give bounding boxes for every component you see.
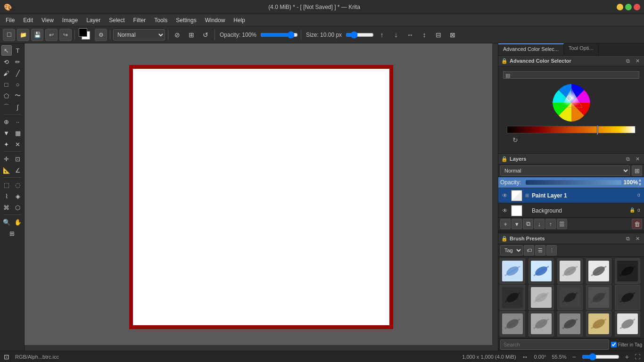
crop-tool-button[interactable]: ⊡ [13, 154, 23, 164]
layers-float-button[interactable]: ⧉ [624, 155, 632, 163]
fill-tool-button[interactable]: ▼ [1, 128, 12, 138]
move-tool-button[interactable]: ✛ [1, 154, 12, 164]
brush-options-button[interactable]: ⋮ [546, 245, 557, 255]
eraser-tool-button[interactable]: ✕ [13, 139, 23, 149]
maximize-button[interactable] [625, 4, 632, 10]
polygon-select-tool-button[interactable]: ⬡ [13, 202, 23, 213]
spray-tool-button[interactable]: ·∙ [13, 116, 23, 127]
minimize-button[interactable] [617, 4, 623, 10]
line-tool-button[interactable]: ╱ [13, 68, 23, 78]
zoom-tool-button[interactable]: 🔍 [1, 217, 12, 227]
horizontal-scrollbar[interactable] [25, 345, 498, 351]
duplicate-layer-button[interactable]: ⧉ [523, 219, 533, 229]
brush-item-1[interactable] [500, 258, 525, 284]
fullscreen-button[interactable]: ⛶ [635, 354, 640, 360]
calligraphy-tool-button[interactable]: ∫ [13, 102, 23, 112]
similar-select-tool-button[interactable]: ◈ [13, 191, 23, 201]
opacity-slider[interactable] [260, 29, 298, 41]
color-gradient-thumb[interactable] [597, 125, 598, 135]
tab-advanced-color[interactable]: Advanced Color Selec... [498, 43, 564, 55]
move-layer-down-button[interactable]: ↓ [534, 219, 545, 229]
freehand-tool-button[interactable]: 〜 [13, 90, 23, 101]
color-type-button[interactable]: ▤ [503, 71, 639, 79]
color-gradient-bar[interactable] [507, 126, 636, 133]
layer-row-0[interactable]: 👁 ⊞ Paint Layer 1 α [498, 188, 644, 203]
save-button[interactable]: 💾 [31, 29, 43, 41]
menu-item-settings[interactable]: Settings [172, 16, 200, 25]
layer-visibility-0[interactable]: 👁 [500, 191, 510, 200]
brush-item-2[interactable] [528, 258, 554, 284]
brush-item-4[interactable] [586, 258, 611, 284]
color-settings-button[interactable]: ⚙ [95, 29, 107, 41]
foreground-swatch[interactable] [78, 27, 93, 42]
brush-item-7[interactable] [528, 285, 554, 310]
brush-search-input[interactable] [500, 339, 609, 350]
menu-item-help[interactable]: Help [230, 16, 249, 25]
bezier-select-tool-button[interactable]: ⌘ [1, 202, 12, 213]
text-tool-button[interactable]: T [13, 45, 23, 56]
wrap-button[interactable]: ⊠ [446, 29, 459, 41]
layer-properties-button[interactable]: ☰ [557, 219, 567, 229]
layers-close-button[interactable]: ✕ [634, 155, 641, 163]
menu-item-image[interactable]: Image [58, 16, 82, 25]
filter-in-tag-checkbox[interactable] [611, 342, 617, 347]
add-layer-dropdown-button[interactable]: ▾ [512, 219, 522, 229]
tab-tool-options[interactable]: Tool Opti... [564, 43, 599, 55]
opacity-down-button[interactable]: ▼ [638, 182, 642, 187]
color-refresh-button[interactable]: ↻ [511, 135, 520, 145]
delete-layer-button[interactable]: 🗑 [632, 219, 642, 229]
undo-button[interactable]: ↩ [45, 29, 58, 41]
add-layer-button[interactable]: + [500, 219, 511, 229]
brush-item-6[interactable] [500, 285, 525, 310]
mirror-button[interactable]: ⊟ [432, 29, 445, 41]
pan-tool-button[interactable]: ✋ [13, 217, 23, 227]
brush-item-13[interactable] [557, 311, 583, 337]
brush-item-9[interactable] [586, 285, 611, 310]
brush-item-11[interactable] [500, 311, 525, 337]
rect-select-tool-button[interactable]: ⬚ [1, 180, 12, 190]
ellipse-tool-button[interactable]: ○ [13, 79, 23, 90]
canvas-fit-button[interactable]: ⊡ [4, 353, 9, 361]
layers-blend-mode-select[interactable]: NormalMultiplyScreenOverlay [500, 165, 630, 176]
zoom-out-button[interactable]: − [572, 353, 576, 361]
size-increase-button[interactable]: ↑ [376, 29, 388, 41]
color-wheel[interactable] [550, 82, 593, 124]
filter-in-tag-label[interactable]: Filter in Tag [611, 342, 642, 347]
erase-button[interactable]: ⊘ [171, 29, 183, 41]
color-panel-float-button[interactable]: ⧉ [624, 57, 632, 65]
brush-item-14[interactable] [586, 311, 611, 337]
brush-tag-icon[interactable]: 🏷 [524, 245, 534, 255]
canvas-area[interactable] [25, 43, 498, 351]
rect-tool-button[interactable]: □ [1, 79, 12, 90]
zoom-in-button[interactable]: + [625, 353, 629, 361]
brush-presets-close-button[interactable]: ✕ [634, 235, 641, 242]
brush-tag-select[interactable]: Tag [500, 245, 523, 255]
close-button[interactable] [634, 4, 640, 10]
brush-presets-float-button[interactable]: ⧉ [624, 235, 632, 242]
menu-item-file[interactable]: File [2, 16, 18, 25]
color-panel-close-button[interactable]: ✕ [634, 57, 641, 65]
flip-v-button[interactable]: ↕ [418, 29, 430, 41]
brush-list-view-button[interactable]: ☰ [535, 245, 545, 255]
select-tool-button[interactable]: ↖ [1, 45, 12, 56]
menu-item-select[interactable]: Select [105, 16, 128, 25]
refresh-button[interactable]: ↺ [199, 29, 212, 41]
brush-item-12[interactable] [528, 311, 554, 337]
move-layer-up-button[interactable]: ↑ [545, 219, 556, 229]
canvas-toggle-button[interactable]: ⊞ [7, 228, 17, 239]
menu-item-layer[interactable]: Layer [83, 16, 104, 25]
flip-h-button[interactable]: ↔ [404, 29, 416, 41]
redo-button[interactable]: ↪ [59, 29, 72, 41]
smart-patch-tool-button[interactable]: ⊕ [1, 116, 12, 127]
transform-tool-button[interactable]: ⟲ [1, 57, 12, 67]
freehand-select-tool-button[interactable]: ⌇ [1, 191, 12, 201]
brush-item-5[interactable] [615, 258, 640, 284]
brush-item-3[interactable] [557, 258, 583, 284]
color-picker-tool-button[interactable]: ✦ [1, 139, 12, 149]
size-slider[interactable] [346, 29, 374, 41]
brush-tool-button[interactable]: 🖌 [1, 68, 12, 78]
preserve-alpha-button[interactable]: ⊞ [185, 29, 198, 41]
zoom-slider[interactable] [582, 353, 619, 361]
menu-item-filter[interactable]: Filter [130, 16, 150, 25]
canvas-document[interactable] [129, 65, 393, 329]
